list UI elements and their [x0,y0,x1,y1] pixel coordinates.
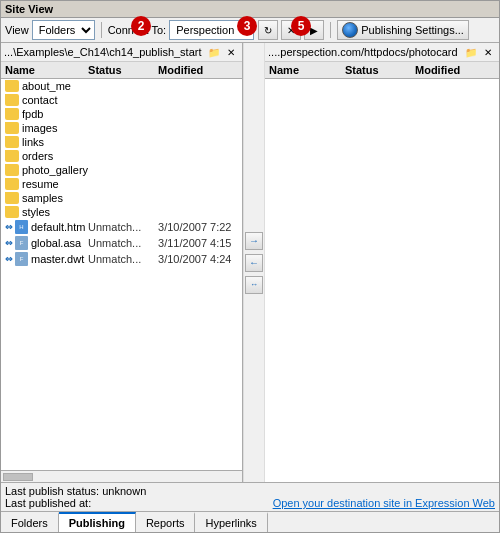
tab-bar: FoldersPublishingReportsHyperlinks [1,511,499,532]
file-name-label: samples [22,192,63,204]
right-path-text: ....perspection.com/httpdocs/photocard [268,46,461,58]
toolbar: 2 3 5 View Folders Connect To: Perspecti… [1,18,499,43]
view-group: View Folders [5,20,95,40]
file-row-name: ⇔ F master.dwt [5,252,88,266]
left-col-name: Name [5,64,88,76]
refresh-btn[interactable]: ↻ [258,20,278,40]
right-file-pane: ....perspection.com/httpdocs/photocard 📁… [265,43,499,482]
file-row-name: contact [5,94,88,106]
publishing-settings-label: Publishing Settings... [361,24,464,36]
left-hscroll-thumb[interactable] [3,473,33,481]
right-path-icons: 📁 ✕ [463,44,496,60]
sync-icon: ⇔ [5,254,13,264]
file-name-label: default.htm [31,221,85,233]
file-type-icon: F [15,236,28,250]
status-line-2: Last published at: [5,497,91,509]
right-col-modified: Modified [415,64,495,76]
folder-icon [5,192,19,204]
file-row-name: links [5,136,88,148]
left-hscroll[interactable] [1,470,242,482]
left-col-status: Status [88,64,158,76]
list-item[interactable]: ⇔ F master.dwt Unmatch... 3/10/2007 4:24 [1,251,242,267]
list-item[interactable]: ⇔ F global.asa Unmatch... 3/11/2007 4:15 [1,235,242,251]
globe-icon [342,22,358,38]
file-row-name: resume [5,178,88,190]
left-path-bar: ...\Examples\e_Ch14\ch14_publish_start 📁… [1,43,242,62]
connect-to-group: Connect To: Perspection [108,20,255,40]
file-row-name: images [5,122,88,134]
file-name-label: photo_gallery [22,164,88,176]
right-folder-btn[interactable]: 📁 [463,44,479,60]
arrows-panel: → ← ↔ [243,43,265,482]
badge-3: 3 [237,16,257,36]
status-line-1: Last publish status: unknown [5,485,495,497]
arrow-both-btn[interactable]: ↔ [245,276,263,294]
right-path-bar: ....perspection.com/httpdocs/photocard 📁… [265,43,499,62]
file-name-label: fpdb [22,108,43,120]
list-item[interactable]: samples [1,191,242,205]
tab-publishing[interactable]: Publishing [59,512,136,532]
left-folder-btn[interactable]: 📁 [206,44,222,60]
file-row-modified: 3/11/2007 4:15 [158,237,238,249]
file-type-icon: F [15,252,28,266]
list-item[interactable]: ⇔ H default.htm Unmatch... 3/10/2007 7:2… [1,219,242,235]
list-item[interactable]: links [1,135,242,149]
arrow-right-btn[interactable]: → [245,232,263,250]
badge-5: 5 [291,16,311,36]
file-name-label: contact [22,94,57,106]
arrow-left-btn[interactable]: ← [245,254,263,272]
folder-icon [5,178,19,190]
file-type-icon: H [15,220,28,234]
view-select[interactable]: Folders [32,20,95,40]
left-close-btn[interactable]: ✕ [223,44,239,60]
file-row-name: photo_gallery [5,164,88,176]
site-view-title: Site View [5,3,53,15]
left-file-list: about_me contact fpdb images [1,79,242,470]
right-close-btn[interactable]: ✕ [480,44,496,60]
list-item[interactable]: photo_gallery [1,163,242,177]
tab-folders[interactable]: Folders [1,512,59,532]
list-item[interactable]: styles [1,205,242,219]
list-item[interactable]: about_me [1,79,242,93]
tab-hyperlinks[interactable]: Hyperlinks [195,512,267,532]
folder-icon [5,94,19,106]
file-row-name: ⇔ H default.htm [5,220,88,234]
list-item[interactable]: images [1,121,242,135]
file-row-name: ⇔ F global.asa [5,236,88,250]
main-content: ...\Examples\e_Ch14\ch14_publish_start 📁… [1,43,499,482]
folder-icon [5,108,19,120]
folder-icon [5,80,19,92]
toolbar-sep-1 [101,22,102,38]
folder-icon [5,150,19,162]
list-item[interactable]: orders [1,149,242,163]
folder-icon [5,206,19,218]
left-path-icons: 📁 ✕ [206,44,239,60]
right-col-header: Name Status Modified [265,62,499,79]
file-row-modified: 3/10/2007 4:24 [158,253,238,265]
list-item[interactable]: resume [1,177,242,191]
file-name-label: orders [22,150,53,162]
file-name-label: global.asa [31,237,81,249]
file-name-label: about_me [22,80,71,92]
file-row-name: orders [5,150,88,162]
site-view-container: Site View 2 3 5 View Folders Connect To:… [0,0,500,533]
right-file-list [265,79,499,482]
file-row-name: styles [5,206,88,218]
file-name-label: master.dwt [31,253,84,265]
file-name-label: links [22,136,44,148]
left-path-text: ...\Examples\e_Ch14\ch14_publish_start [4,46,204,58]
left-file-pane: ...\Examples\e_Ch14\ch14_publish_start 📁… [1,43,243,482]
file-name-label: images [22,122,57,134]
right-col-status: Status [345,64,415,76]
open-destination-link[interactable]: Open your destination site in Expression… [273,497,495,509]
site-view-header: Site View [1,1,499,18]
list-item[interactable]: contact [1,93,242,107]
view-label: View [5,24,29,36]
list-item[interactable]: fpdb [1,107,242,121]
left-col-modified: Modified [158,64,238,76]
publishing-settings-btn[interactable]: Publishing Settings... [337,20,469,40]
file-name-label: resume [22,178,59,190]
file-row-name: about_me [5,80,88,92]
tab-reports[interactable]: Reports [136,512,196,532]
toolbar-sep-2 [330,22,331,38]
